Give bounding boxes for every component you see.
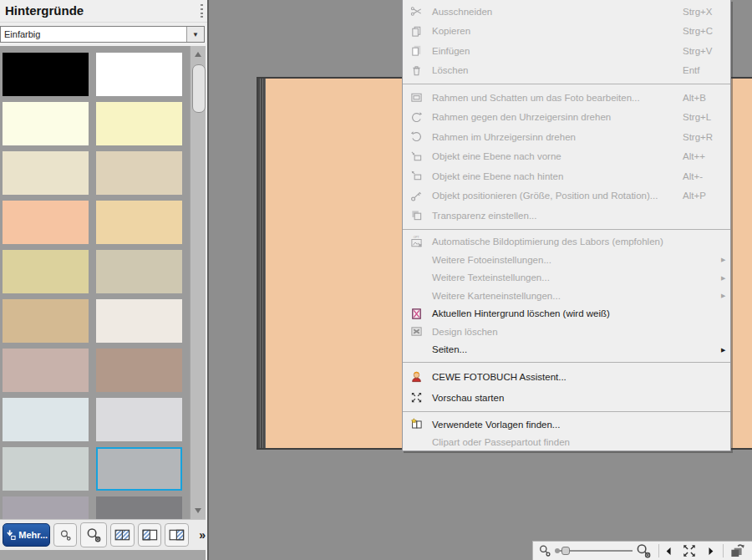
more-backgrounds-button[interactable]: Mehr... [3, 523, 50, 547]
submenu-arrow-icon: ▶ [721, 275, 729, 281]
dropdown-arrow-button[interactable]: ▼ [186, 27, 204, 42]
menu-item-rahmen-im-uhrzeigersinn-drehen[interactable]: Rahmen im Uhrzeigersinn drehenStrg+R [403, 127, 730, 147]
swatch-gray-violet[interactable] [3, 496, 89, 519]
menu-item-clipart-oder-passepartout-finden[interactable]: Clipart oder Passepartout finden [403, 433, 730, 451]
menu-separator [403, 229, 730, 230]
submenu-arrow-icon: ▶ [721, 347, 729, 353]
triangle-down-icon [195, 508, 201, 513]
swatch-peach[interactable] [3, 201, 89, 244]
menu-item-transparenz-einstellen[interactable]: Transparenz einstellen... [403, 206, 730, 226]
menu-item-vorschau-starten[interactable]: Vorschau starten [403, 387, 730, 408]
swatch-sand-gray[interactable] [96, 250, 182, 293]
menu-item-shortcut: Strg+X [683, 7, 721, 17]
slider-knob[interactable] [561, 547, 570, 555]
swatch-gray-green[interactable] [3, 447, 89, 491]
previous-page-icon[interactable] [663, 546, 674, 557]
swatch-area [0, 46, 206, 519]
swatch-tan[interactable] [3, 299, 89, 343]
frame-icon [406, 91, 427, 104]
menu-item-kopieren[interactable]: KopierenStrg+C [403, 22, 730, 42]
menu-item-label: Kopieren [427, 26, 683, 36]
zoom-out-icon[interactable] [538, 544, 551, 557]
toolbar-overflow-button[interactable]: » [199, 528, 206, 542]
scroll-up-button[interactable] [191, 48, 206, 61]
swatch-ivory[interactable] [3, 102, 89, 145]
apply-spread-left-button[interactable] [138, 523, 162, 547]
scrollbar-thumb[interactable] [192, 64, 206, 113]
menu-item-shortcut: Strg+V [683, 46, 721, 56]
menu-item-weitere-karteneinstellungen[interactable]: Weitere Karteneinstellungen...▶ [403, 287, 730, 305]
template-find-icon [406, 418, 427, 430]
slider-end-dot [555, 548, 560, 553]
menu-item-einfügen[interactable]: EinfügenStrg+V [403, 41, 730, 61]
swatch-light-gray[interactable] [96, 398, 182, 441]
menu-item-label: Verwendete Vorlagen finden... [427, 420, 683, 430]
zoom-in-button[interactable] [80, 522, 107, 547]
book-spine [258, 79, 266, 448]
swatch-wheat[interactable] [96, 201, 182, 244]
swatch-beige[interactable] [96, 151, 182, 195]
swatch-off-white[interactable] [96, 299, 182, 343]
menu-item-shortcut: Alt+- [683, 171, 721, 181]
menu-item-seiten[interactable]: Seiten...▶ [403, 341, 730, 359]
menu-item-weitere-fotoeinstellungen[interactable]: Weitere Fotoeinstellungen...▶ [403, 251, 730, 269]
menu-item-label: Vorschau starten [427, 393, 683, 403]
menu-item-verwendete-vorlagen-finden[interactable]: Verwendete Vorlagen finden... [403, 415, 730, 433]
swatch-pale-blue-gray[interactable] [3, 398, 89, 441]
next-page-icon[interactable] [705, 546, 716, 557]
menu-item-objekt-eine-ebene-nach-vorne[interactable]: Objekt eine Ebene nach vorneAlt++ [403, 147, 730, 167]
menu-item-aktuellen-hintergrund-löschen-wird-weiß[interactable]: Aktuellen Hintergrund löschen (wird weiß… [403, 305, 730, 323]
swatch-grid [0, 46, 206, 519]
menu-item-weitere-texteinstellungen[interactable]: Weitere Texteinstellungen...▶ [403, 269, 730, 288]
menu-item-shortcut: Strg+C [683, 26, 721, 36]
menu-item-label: Aktuellen Hintergrund löschen (wird weiß… [427, 308, 683, 318]
menu-item-objekt-eine-ebene-nach-hinten[interactable]: Objekt eine Ebene nach hintenAlt+- [403, 166, 730, 186]
menu-item-automatische-bildoptimierung-des-labors-[interactable]: Automatische Bildoptimierung des Labors … [403, 233, 730, 252]
menu-item-label: Weitere Texteinstellungen... [427, 272, 683, 283]
submenu-arrow-icon: ▶ [721, 293, 729, 298]
rotate-ccw-icon [406, 111, 427, 124]
zoom-slider[interactable] [556, 545, 633, 557]
swatch-pale-yellow[interactable] [96, 102, 182, 145]
apply-spread-right-button[interactable] [165, 523, 189, 547]
zoom-toolbar [532, 541, 752, 560]
apply-spread-both-button[interactable] [110, 523, 135, 547]
swatch-black[interactable] [3, 53, 89, 96]
magnifier-large-icon [86, 527, 102, 543]
menu-item-shortcut: Strg+L [683, 112, 721, 122]
scissors-icon [406, 5, 427, 18]
panel-drag-handle-icon[interactable] [201, 4, 203, 18]
menu-item-löschen[interactable]: LöschenEntf [403, 61, 730, 81]
rotate-cw-icon [406, 130, 427, 143]
menu-item-cewe-fotobuch-assistent[interactable]: CEWE FOTOBUCH Assistent... [403, 366, 730, 387]
background-type-dropdown[interactable]: Einfarbig ▼ [0, 26, 205, 43]
swatch-light-beige[interactable] [3, 151, 89, 195]
spread-left-icon [142, 527, 158, 543]
layer-up-icon [406, 150, 427, 163]
swatch-khaki[interactable] [3, 250, 89, 293]
zoom-in-icon[interactable] [636, 543, 652, 559]
menu-item-rahmen-und-schatten-um-das-foto-bearbeit[interactable]: Rahmen und Schatten um das Foto bearbeit… [403, 88, 730, 108]
menu-item-label: Ausschneiden [427, 7, 683, 17]
scroll-down-button[interactable] [191, 504, 206, 517]
download-icon [5, 529, 17, 541]
swatch-taupe[interactable] [96, 349, 182, 392]
swatch-medium-gray[interactable] [96, 447, 182, 491]
menu-item-rahmen-gegen-den-uhrzeigersinn-drehen[interactable]: Rahmen gegen den Uhrzeigersinn drehenStr… [403, 108, 730, 128]
menu-item-label: Objekt eine Ebene nach vorne [427, 151, 683, 161]
preview-fullscreen-icon[interactable] [682, 543, 697, 558]
copy-icon [406, 25, 427, 38]
menu-item-ausschneiden[interactable]: AusschneidenStrg+X [403, 2, 730, 22]
swatch-dark-gray[interactable] [96, 496, 182, 519]
menu-item-label: Objekt eine Ebene nach hinten [427, 171, 683, 181]
swatch-rosy-gray[interactable] [3, 349, 89, 392]
rotate-pages-icon[interactable] [729, 543, 745, 559]
swatch-white[interactable] [96, 53, 182, 96]
menu-item-label: Automatische Bildoptimierung des Labors … [427, 237, 683, 247]
menu-item-label: Objekt positionieren (Größe, Position un… [427, 191, 683, 201]
trash-icon [406, 64, 427, 77]
swatch-scrollbar[interactable] [190, 46, 206, 519]
menu-item-design-löschen[interactable]: Design löschen [403, 323, 730, 341]
menu-item-objekt-positionieren-größe-position-und-[interactable]: Objekt positionieren (Größe, Position un… [403, 186, 730, 206]
zoom-out-button[interactable] [53, 523, 77, 547]
